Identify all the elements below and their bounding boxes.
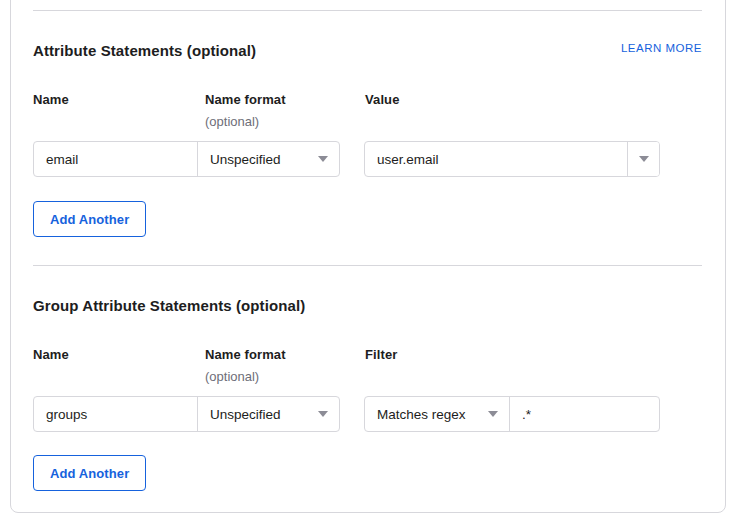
section-divider-top [33,10,702,11]
group-col-name-format-label: Name format [205,347,286,362]
group-row-name-format-group: Unspecified [33,396,340,432]
attr-row-name-format-group: Unspecified [33,141,340,177]
group-filter-type-select[interactable]: Matches regex [365,397,509,431]
attribute-statements-title: Attribute Statements (optional) [33,42,256,59]
attr-row-value-group [364,141,660,177]
attr-name-format-select[interactable]: Unspecified [198,142,339,176]
attr-name-input[interactable] [34,142,197,176]
chevron-down-icon [639,156,649,162]
settings-card [10,0,726,513]
attr-col-value-label: Value [365,92,399,107]
saml-settings-page: Attribute Statements (optional) LEARN MO… [0,0,737,530]
group-name-input[interactable] [34,397,197,431]
group-name-format-select[interactable]: Unspecified [198,397,339,431]
attr-add-another-button[interactable]: Add Another [33,201,146,237]
attr-col-name-format-label: Name format [205,92,286,107]
chevron-down-icon [488,411,498,417]
attr-col-name-label: Name [33,92,69,107]
chevron-down-icon [318,411,328,417]
group-col-name-label: Name [33,347,69,362]
attr-name-format-value: Unspecified [210,152,281,167]
section-divider-middle [33,265,702,266]
attr-value-input[interactable] [365,142,627,176]
attr-value-dropdown-button[interactable] [627,142,659,176]
learn-more-link[interactable]: LEARN MORE [621,42,702,55]
group-col-filter-label: Filter [365,347,397,362]
attr-col-name-format-hint: (optional) [205,114,259,129]
group-row-filter-group: Matches regex [364,396,660,432]
chevron-down-icon [318,156,328,162]
group-add-another-button[interactable]: Add Another [33,455,146,491]
group-filter-value-input[interactable] [510,397,659,431]
group-attribute-statements-title: Group Attribute Statements (optional) [33,297,305,314]
group-name-format-value: Unspecified [210,407,281,422]
group-filter-type-value: Matches regex [377,407,466,422]
group-col-name-format-hint: (optional) [205,369,259,384]
